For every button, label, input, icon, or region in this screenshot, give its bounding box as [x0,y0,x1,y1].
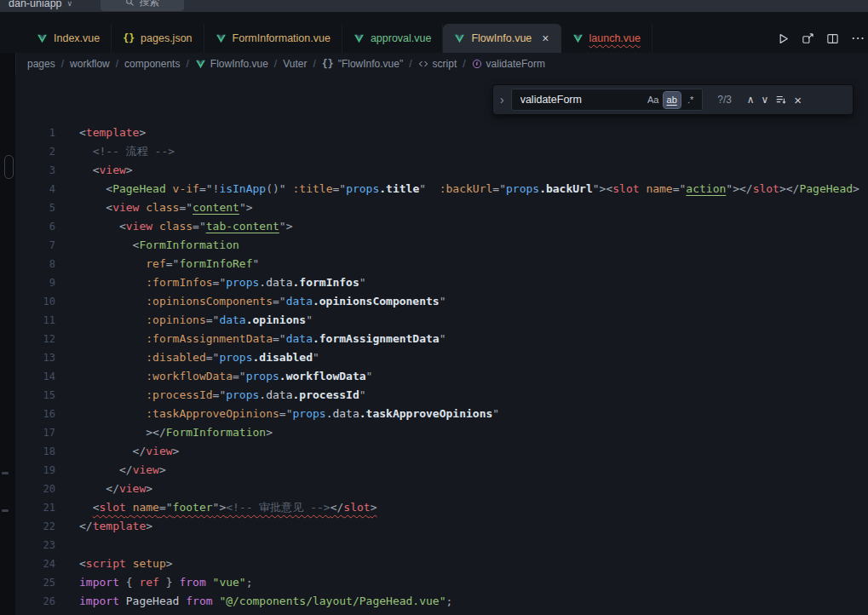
line-number[interactable]: 3 [15,161,55,180]
line-number[interactable]: 24 [15,555,55,573]
editor-pane[interactable]: 1<template>2 <!-- 流程 -->3 <view>4 <PageH… [15,75,868,615]
more-actions-icon[interactable]: ⋯ [851,32,865,45]
line-number[interactable]: 4 [15,180,55,198]
line-number[interactable]: 16 [15,405,55,423]
code-line[interactable]: 24<script setup> [15,555,868,573]
line-number[interactable]: 8 [15,255,55,273]
code-line[interactable]: 7 <FormInformation [15,236,868,255]
editor-actions: ⋯ [777,24,868,53]
code-line[interactable]: 6 <view class="tab-content"> [15,217,868,236]
whole-word-toggle[interactable]: ab [664,92,681,108]
braces-icon: {} [322,58,334,70]
find-in-selection-icon[interactable] [775,94,787,106]
close-find-icon[interactable]: × [794,93,802,107]
line-number[interactable]: 21 [15,498,55,517]
code-line[interactable]: 26import PageHead from "@/components/lay… [15,592,868,611]
tab-bar-tabs: Index.vue{}pages.jsonFormInformation.vue… [26,24,652,53]
tab-FlowInfo.vue[interactable]: FlowInfo.vue× [443,24,560,53]
breadcrumb-separator: / [463,58,465,70]
line-number[interactable]: 13 [15,348,55,367]
breadcrumb-item-FlowInfo.vue[interactable]: {}"FlowInfo.vue" [322,58,403,70]
breadcrumb-item-script[interactable]: script [418,58,457,70]
match-case-toggle[interactable]: Aa [645,92,662,108]
line-number[interactable]: 15 [15,386,55,405]
code-line[interactable]: 2 <!-- 流程 --> [15,142,868,161]
code-line[interactable]: 18 </view> [15,442,868,461]
tab-label: FlowInfo.vue [471,32,532,44]
line-number[interactable]: 19 [15,461,55,480]
code-line[interactable]: 12 :formAssignmentData="data.formAssignm… [15,330,868,348]
titlebar-search[interactable]: 搜索 [101,0,184,11]
play-icon[interactable] [777,32,790,45]
line-number[interactable]: 7 [15,236,55,255]
line-number[interactable]: 6 [15,217,55,236]
previous-match-icon[interactable]: ∧ [747,94,755,106]
code-line[interactable]: 5 <view class="content"> [15,198,868,217]
open-preview-icon[interactable] [802,32,814,45]
line-number[interactable]: 23 [15,536,55,555]
vue-icon [37,33,48,44]
line-number[interactable]: 25 [15,573,55,592]
line-number[interactable]: 12 [15,330,55,348]
search-icon [125,0,135,7]
title-bar: dan-uniapp ∨ 搜索 [0,0,868,12]
sliver-fragment [2,472,9,474]
code-line[interactable]: 15 :processId="props.data.processId" [15,386,868,405]
tab-Index.vue[interactable]: Index.vue [26,24,112,53]
close-icon[interactable]: × [542,32,549,44]
code-line[interactable]: 9 :formInfos="props.data.formInfos" [15,273,868,292]
code-line[interactable]: 13 :disabled="props.disabled" [15,348,868,367]
line-number[interactable]: 5 [15,198,55,217]
tab-FormInformation.vue[interactable]: FormInformation.vue [204,24,342,53]
code-line[interactable]: 16 :taskApproveOpinions="props.data.task… [15,405,868,423]
breadcrumb-item-FlowInfo.vue[interactable]: FlowInfo.vue [195,58,268,70]
toggle-replace-icon[interactable]: › [500,93,504,106]
line-number[interactable]: 1 [15,124,55,142]
code-line[interactable]: 23 [15,536,868,555]
split-editor-icon[interactable] [826,32,839,45]
tab-label: approval.vue [371,32,432,44]
breadcrumb-item-components[interactable]: components [124,58,180,70]
breadcrumb-item-pages[interactable]: pages [27,58,55,70]
regex-toggle[interactable]: .* [682,92,699,108]
code-line[interactable]: 11 :opinions="data.opinions" [15,311,868,330]
sliver-button[interactable] [4,155,14,179]
breadcrumb-item-Vuter[interactable]: Vuter [283,58,307,70]
code-line[interactable]: 14 :workflowData="props.workflowData" [15,367,868,386]
tab-launch.vue[interactable]: launch.vue [561,24,652,53]
line-number[interactable]: 20 [15,480,55,498]
code-line[interactable]: 17 ></FormInformation> [15,423,868,442]
code-line[interactable]: 1<template> [15,124,868,142]
next-match-icon[interactable]: ∨ [761,94,768,106]
line-number[interactable]: 10 [15,292,55,311]
project-menu[interactable]: dan-uniapp ∨ [9,0,72,12]
line-number[interactable]: 2 [15,142,55,161]
code-line[interactable]: 22</template> [15,517,868,536]
code-line[interactable]: 25import { ref } from "vue"; [15,573,868,592]
code-line[interactable]: 3 <view> [15,161,868,180]
method-icon [472,59,482,69]
code-line[interactable]: 19 </view> [15,461,868,480]
find-input-box: Aa ab .* [511,89,703,111]
line-number[interactable]: 17 [15,423,55,442]
line-number[interactable]: 22 [15,517,55,536]
tab-approval.vue[interactable]: approval.vue [342,24,444,53]
project-menu-label: dan-uniapp [9,0,62,9]
tab-pages.json[interactable]: {}pages.json [112,24,204,53]
code-line[interactable]: 4 <PageHead v-if="!isInApp()" :title="pr… [15,180,868,198]
code-line[interactable]: 10 :opinionsComponents="data.opinionsCom… [15,292,868,311]
breadcrumb-separator: / [116,58,118,70]
code-line[interactable]: 21 <slot name="footer"><!-- 审批意见 --></sl… [15,498,868,517]
code-line[interactable]: 8 ref="formInfoRef" [15,255,868,273]
breadcrumb-separator: / [409,58,411,70]
code-line[interactable]: 20 </view> [15,480,868,498]
breadcrumb-item-workflow[interactable]: workflow [70,58,110,70]
find-input[interactable] [519,93,643,106]
breadcrumb-item-validateForm[interactable]: validateForm [472,58,545,70]
titlebar-search-label: 搜索 [140,0,160,9]
line-number[interactable]: 26 [15,592,55,611]
line-number[interactable]: 9 [15,273,55,292]
line-number[interactable]: 14 [15,367,55,386]
line-number[interactable]: 18 [15,442,55,461]
line-number[interactable]: 11 [15,311,55,330]
